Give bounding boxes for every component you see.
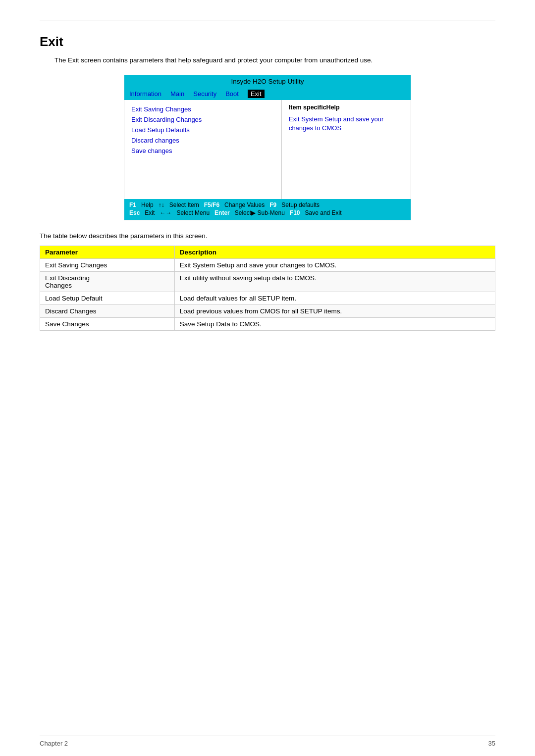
table-cell-desc: Save Setup Data to CMOS. [174, 318, 495, 331]
bios-content-area: Exit Saving Changes Exit Discarding Chan… [124, 100, 411, 199]
table-cell-desc: Load previous values from CMOS for all S… [174, 305, 495, 318]
table-description: The table below describes the parameters… [40, 232, 495, 240]
table-cell-param: Exit Discarding Changes [40, 272, 175, 292]
nav-item-main[interactable]: Main [170, 90, 184, 98]
table-row: Discard ChangesLoad previous values from… [40, 305, 495, 318]
help-text: Exit System Setup and save yourchanges t… [289, 115, 404, 133]
nav-item-security[interactable]: Security [193, 90, 216, 98]
footer-page-number: 35 [488, 740, 495, 747]
table-cell-desc: Exit System Setup and save your changes … [174, 259, 495, 272]
footer-row-1: F1 Help ↑↓ Select Item F5/F6 Change Valu… [129, 202, 406, 208]
footer-row-2: Esc Exit ←→ Select Menu Enter Select▶ Su… [129, 209, 406, 216]
label-exit: Exit [145, 209, 155, 216]
key-esc: Esc [129, 209, 140, 216]
menu-exit-saving-changes[interactable]: Exit Saving Changes [131, 104, 274, 114]
parameter-table: Parameter Description Exit Saving Change… [40, 246, 495, 331]
key-f9: F9 [269, 202, 276, 208]
bios-title: Insyde H2O Setup Utility [124, 75, 411, 88]
table-cell-desc: Load default values for all SETUP item. [174, 292, 495, 305]
page-title: Exit [40, 34, 495, 50]
table-cell-param: Discard Changes [40, 305, 175, 318]
bios-help-panel: Item specificHelp Exit System Setup and … [282, 100, 411, 199]
col-header-parameter: Parameter [40, 246, 175, 259]
nav-item-boot[interactable]: Boot [225, 90, 239, 98]
table-cell-param: Load Setup Default [40, 292, 175, 305]
menu-exit-discarding-changes[interactable]: Exit Discarding Changes [131, 114, 274, 125]
bios-footer: F1 Help ↑↓ Select Item F5/F6 Change Valu… [124, 199, 411, 220]
table-cell-param: Save Changes [40, 318, 175, 331]
nav-item-information[interactable]: Information [129, 90, 161, 98]
label-help: Help [141, 202, 154, 208]
sep-updown: ↑↓ [159, 202, 164, 208]
table-row: Save ChangesSave Setup Data to CMOS. [40, 318, 495, 331]
bottom-divider [40, 736, 495, 736]
col-header-description: Description [174, 246, 495, 259]
key-enter: Enter [214, 209, 230, 216]
menu-discard-changes[interactable]: Discard changes [131, 135, 274, 146]
label-setup-defaults: Setup defaults [281, 202, 320, 208]
label-select-menu: Select Menu [176, 209, 210, 216]
table-row: Exit Discarding ChangesExit utility with… [40, 272, 495, 292]
menu-load-setup-defaults[interactable]: Load Setup Defaults [131, 125, 274, 135]
table-row: Load Setup DefaultLoad default values fo… [40, 292, 495, 305]
intro-text: The Exit screen contains parameters that… [54, 56, 495, 64]
table-cell-desc: Exit utility without saving setup data t… [174, 272, 495, 292]
bios-nav-bar: Information Main Security Boot Exit [124, 88, 411, 100]
label-change-values: Change Values [224, 202, 265, 208]
table-cell-param: Exit Saving Changes [40, 259, 175, 272]
label-select-submenu: Select▶ Sub-Menu [235, 209, 285, 216]
bios-emulator-box: Insyde H2O Setup Utility Information Mai… [124, 75, 411, 220]
key-f1: F1 [129, 202, 136, 208]
bios-menu-list: Exit Saving Changes Exit Discarding Chan… [124, 100, 282, 199]
sep-leftright: ←→ [160, 209, 171, 216]
page-footer: Chapter 2 35 [40, 740, 495, 747]
key-f10: F10 [290, 209, 300, 216]
menu-save-changes[interactable]: Save changes [131, 146, 274, 156]
key-f5f6: F5/F6 [204, 202, 219, 208]
label-save-exit: Save and Exit [305, 209, 342, 216]
footer-chapter: Chapter 2 [40, 740, 68, 747]
help-title: Item specificHelp [289, 104, 404, 111]
label-select-item: Select Item [169, 202, 199, 208]
table-row: Exit Saving ChangesExit System Setup and… [40, 259, 495, 272]
nav-item-exit[interactable]: Exit [248, 90, 265, 98]
